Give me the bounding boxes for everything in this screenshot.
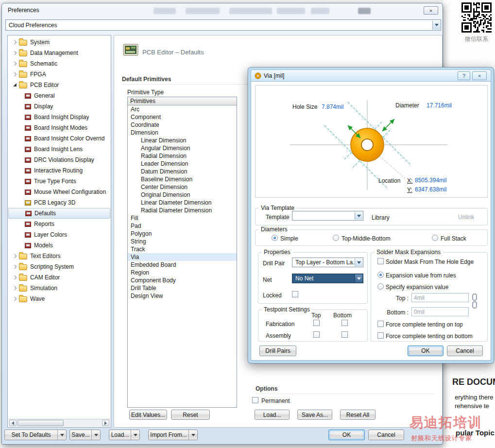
primitive-item[interactable]: Track: [128, 245, 237, 253]
scroll-left-icon[interactable]: [9, 420, 17, 426]
tree-item[interactable]: General: [8, 90, 110, 101]
primitive-item[interactable]: String: [128, 238, 237, 245]
solder-mask-hole-edge-checkbox[interactable]: [377, 258, 384, 264]
expand-icon[interactable]: [12, 264, 18, 270]
assembly-bottom-checkbox[interactable]: [341, 331, 348, 338]
help-icon[interactable]: ?: [458, 71, 470, 80]
fabrication-bottom-checkbox[interactable]: [341, 320, 348, 326]
expansion-from-rules-label[interactable]: Expansion value from rules: [386, 272, 456, 279]
primitive-item[interactable]: Arc: [128, 105, 237, 113]
primitive-item[interactable]: Baseline Dimension: [128, 175, 237, 183]
tree-item[interactable]: Interactive Routing: [8, 165, 110, 176]
force-tenting-top-label[interactable]: Force complete tenting on top: [386, 321, 463, 328]
specify-expansion-label[interactable]: Specify expansion value: [386, 284, 448, 291]
cancel-button[interactable]: Cancel: [447, 345, 483, 356]
force-tenting-top-checkbox[interactable]: [377, 321, 384, 327]
tree-item[interactable]: Mouse Wheel Configuration: [8, 187, 110, 197]
full-stack-label[interactable]: Full Stack: [441, 235, 466, 242]
primitive-item[interactable]: Linear Diameter Dimension: [128, 199, 237, 207]
hole-size-value[interactable]: 7.874mil: [322, 103, 343, 110]
primitive-item[interactable]: Drill Table: [128, 284, 237, 292]
tree-item[interactable]: DRC Violations Display: [8, 155, 110, 165]
primitive-item[interactable]: Polygon: [128, 230, 237, 238]
net-select[interactable]: No Net: [292, 274, 363, 283]
primitive-list-header[interactable]: Primitives: [128, 97, 237, 105]
expand-icon[interactable]: [12, 50, 18, 56]
reset-button[interactable]: Reset: [171, 410, 210, 420]
tree-item[interactable]: Display: [8, 101, 110, 112]
top-middle-bottom-radio[interactable]: [333, 235, 339, 241]
permanent-checkbox[interactable]: [252, 397, 258, 403]
tree-item[interactable]: Data Management: [8, 48, 110, 58]
collapse-icon[interactable]: [12, 82, 18, 88]
expand-icon[interactable]: [12, 61, 18, 67]
diameter-value[interactable]: 17.716mil: [427, 102, 452, 109]
edit-values-button[interactable]: Edit Values...: [129, 410, 167, 420]
force-tenting-bottom-checkbox[interactable]: [377, 332, 384, 339]
force-tenting-bottom-label[interactable]: Force complete tenting on bottom: [386, 333, 473, 340]
primitive-item[interactable]: Radial Dimension: [128, 152, 237, 160]
primitive-item[interactable]: Fill: [128, 214, 237, 222]
tree-item[interactable]: Defaults: [8, 208, 110, 219]
unlink-button[interactable]: Unlink: [458, 214, 474, 221]
primitive-item[interactable]: Linear Dimension: [128, 137, 237, 144]
expand-icon[interactable]: [12, 296, 18, 302]
tree-item[interactable]: PCB Legacy 3D: [8, 197, 110, 208]
top-middle-bottom-label[interactable]: Top-Middle-Bottom: [341, 235, 391, 242]
x-value[interactable]: 8505.394mil: [415, 177, 446, 184]
chevron-down-icon[interactable]: [91, 430, 100, 440]
chevron-down-icon[interactable]: [131, 430, 139, 440]
primitive-item[interactable]: Design View: [128, 292, 237, 300]
tree-item[interactable]: Text Editors: [8, 251, 110, 261]
primitive-item[interactable]: Original Dimension: [128, 191, 237, 199]
full-stack-radio[interactable]: [432, 235, 438, 241]
save-as-button[interactable]: Save As...: [297, 410, 332, 420]
tree-item[interactable]: Board Insight Modes: [8, 122, 110, 133]
close-icon[interactable]: ×: [424, 6, 438, 15]
ok-button[interactable]: OK: [328, 430, 365, 440]
tree-item[interactable]: CAM Editor: [8, 272, 110, 283]
chevron-down-icon[interactable]: [355, 275, 362, 282]
tree-item[interactable]: Reports: [8, 219, 110, 229]
simple-label[interactable]: Simple: [280, 235, 298, 242]
expand-icon[interactable]: [12, 275, 18, 280]
save-button[interactable]: Save...: [69, 430, 101, 440]
tree-item[interactable]: Simulation: [8, 283, 110, 293]
tree-item[interactable]: System: [8, 37, 110, 48]
primitive-item[interactable]: Center Dimension: [128, 183, 237, 191]
expand-icon[interactable]: [12, 285, 18, 291]
scroll-right-icon[interactable]: [102, 420, 109, 426]
tree-item[interactable]: Wave: [8, 293, 110, 304]
tree-item[interactable]: Board Insight Display: [8, 112, 110, 122]
load-button[interactable]: Load...: [255, 410, 290, 420]
chevron-down-icon[interactable]: [188, 430, 197, 440]
scroll-thumb[interactable]: [17, 420, 64, 426]
tree-item[interactable]: Models: [8, 240, 110, 251]
primitive-item[interactable]: Leader Dimension: [128, 160, 237, 168]
primitive-item[interactable]: Angular Dimension: [128, 144, 237, 152]
load-dropdown-button[interactable]: Load...: [109, 430, 140, 440]
tree-item[interactable]: Schematic: [8, 58, 110, 69]
cancel-button[interactable]: Cancel: [368, 430, 404, 440]
tree-item[interactable]: Scripting System: [8, 261, 110, 272]
tree-item[interactable]: FPGA: [8, 69, 110, 80]
cloud-preferences-select[interactable]: Cloud Preferences: [5, 19, 441, 31]
tree-item[interactable]: PCB Editor: [8, 80, 110, 90]
reset-all-button[interactable]: Reset All: [340, 410, 376, 420]
fabrication-top-checkbox[interactable]: [313, 320, 320, 326]
primitive-item[interactable]: Radial Diameter Dimension: [128, 207, 237, 214]
specify-expansion-radio[interactable]: [377, 283, 384, 290]
tree-item[interactable]: Board Insight Lens: [8, 144, 110, 155]
primitive-item[interactable]: Via: [128, 253, 237, 261]
drill-pair-select[interactable]: Top Layer - Bottom La...: [292, 258, 363, 267]
permanent-label[interactable]: Permanent: [261, 397, 290, 404]
solder-mask-hole-edge-label[interactable]: Solder Mask From The Hole Edge: [386, 258, 474, 265]
assembly-top-checkbox[interactable]: [313, 331, 320, 338]
tree-item[interactable]: Layer Colors: [8, 229, 110, 240]
top-expansion-input[interactable]: [411, 293, 469, 302]
template-select[interactable]: [292, 211, 363, 221]
drill-pairs-button[interactable]: Drill Pairs: [259, 345, 296, 356]
y-value[interactable]: 6347.638mil: [415, 186, 446, 193]
simple-radio[interactable]: [272, 235, 278, 241]
tree-item[interactable]: Board Insight Color Overrid: [8, 133, 110, 144]
